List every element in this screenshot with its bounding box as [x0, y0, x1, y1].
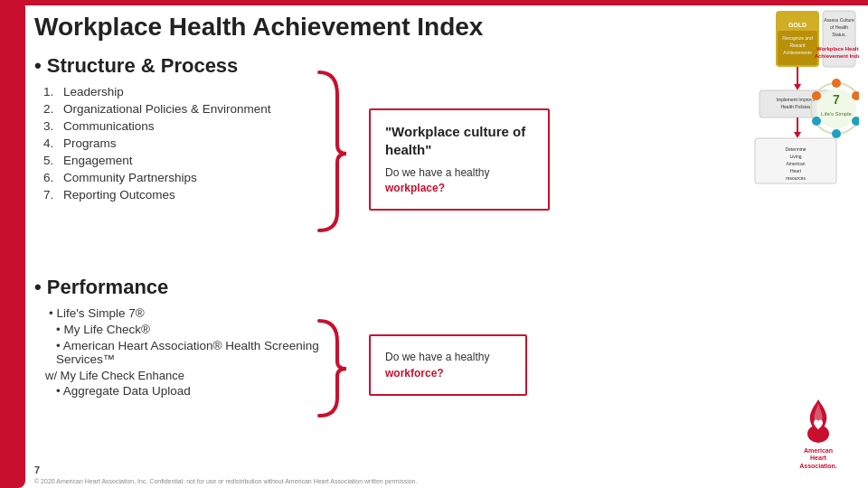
index-graphic: GOLD Recognize and Reward Achievements A… — [642, 9, 859, 199]
footer-text: © 2020 American Heart Association, Inc. … — [34, 478, 417, 484]
workforce-subtext: Do we have a healthy workforce? — [385, 349, 511, 381]
svg-text:American: American — [786, 161, 805, 166]
culture-text: Do we have a healthy — [385, 166, 489, 179]
list-num: 6. — [43, 171, 63, 184]
aggregate-label: • Aggregate Data Upload — [56, 384, 191, 398]
svg-text:Workplace Health: Workplace Health — [816, 46, 859, 52]
performance-brace — [310, 316, 355, 420]
list-num: 5. — [43, 154, 63, 167]
list-num: 3. — [43, 119, 63, 133]
list-num: 1. — [43, 85, 63, 99]
svg-text:Assess Culture: Assess Culture — [824, 17, 854, 23]
top-bar — [0, 0, 868, 5]
culture-quote: "Workplace culture of health" — [385, 123, 533, 158]
svg-text:7: 7 — [833, 92, 840, 107]
svg-text:Achievements: Achievements — [783, 50, 812, 55]
svg-point-33 — [812, 117, 821, 126]
page-number: 7 — [34, 465, 40, 475]
svg-text:GOLD: GOLD — [788, 22, 807, 28]
svg-marker-18 — [794, 132, 801, 138]
svg-text:Health Policies: Health Policies — [780, 104, 811, 109]
svg-text:Recognize and: Recognize and — [782, 35, 813, 41]
list-label: Communications — [63, 119, 155, 133]
culture-subtext: Do we have a healthy workplace? — [385, 165, 533, 196]
svg-text:Living: Living — [789, 154, 801, 159]
lifes-simple-label: • Life's Simple 7® — [49, 306, 145, 320]
list-label: Reporting Outcomes — [63, 188, 175, 202]
workplace-highlight: workplace? — [385, 182, 445, 194]
workforce-highlight: workforce? — [385, 367, 444, 380]
list-num: 2. — [43, 102, 63, 116]
svg-point-32 — [832, 129, 841, 138]
svg-text:of Health: of Health — [830, 24, 848, 30]
structure-brace — [310, 68, 355, 235]
workforce-text: Do we have a healthy — [385, 351, 489, 363]
svg-text:Life's Simple: Life's Simple — [821, 111, 852, 117]
svg-text:Reward: Reward — [789, 42, 805, 48]
svg-text:Status.: Status. — [832, 32, 846, 37]
svg-text:resources: resources — [786, 175, 806, 181]
svg-text:Implement Improve: Implement Improve — [777, 97, 816, 102]
svg-text:Heart: Heart — [790, 168, 802, 174]
aha-text: American Heart Association. — [799, 447, 837, 470]
svg-marker-13 — [794, 84, 801, 90]
list-label: Leadership — [63, 85, 124, 99]
culture-box: "Workplace culture of health" Do we have… — [369, 108, 550, 211]
list-num: 7. — [43, 188, 63, 202]
left-accent — [0, 0, 25, 488]
svg-point-34 — [812, 91, 821, 100]
list-num: 4. — [43, 136, 63, 150]
performance-header: • Performance — [34, 276, 360, 299]
aha-flame-icon — [798, 396, 839, 446]
list-label: Engagement — [63, 154, 133, 167]
list-label: Programs — [63, 136, 117, 150]
main-content: Workplace Health Achievement Index GOLD … — [34, 9, 859, 470]
svg-text:Determine: Determine — [785, 146, 806, 152]
list-label: Organizational Policies & Environment — [63, 102, 271, 116]
svg-point-29 — [832, 79, 841, 88]
list-label: Community Partnerships — [63, 171, 197, 184]
aha-logo: American Heart Association. — [778, 396, 859, 470]
workforce-box: Do we have a healthy workforce? — [369, 334, 527, 396]
mylife-check-label: • My Life Check® — [56, 323, 150, 336]
svg-text:Achievement Index: Achievement Index — [815, 53, 859, 59]
